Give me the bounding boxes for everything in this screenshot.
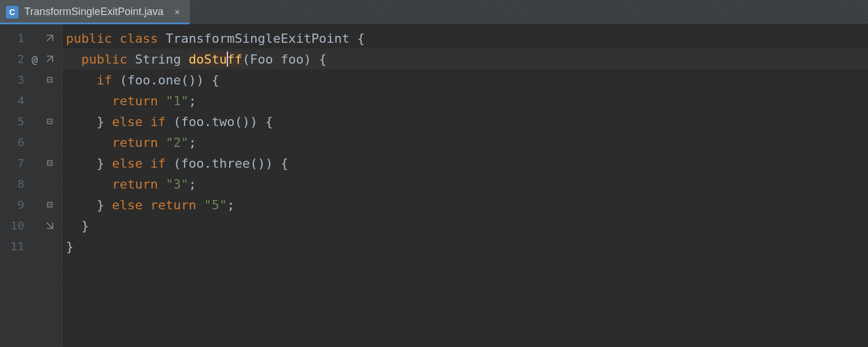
gutter-row: 3 — [0, 69, 62, 90]
fold-handle[interactable] — [42, 77, 58, 83]
code-line[interactable]: } else if (foo.three()) { — [62, 153, 868, 174]
code-line[interactable]: return "3"; — [62, 174, 868, 194]
fold-handle[interactable] — [42, 35, 58, 42]
gutter-row: 10 — [0, 215, 62, 236]
line-number[interactable]: 11 — [0, 239, 28, 253]
code-line[interactable]: } — [62, 215, 868, 236]
editor: 1 2 @ 3 4 5 — [0, 24, 868, 347]
line-number[interactable]: 6 — [0, 135, 28, 149]
string-literal: "5" — [204, 198, 227, 212]
gutter-row: 9 — [0, 194, 62, 215]
fold-handle[interactable] — [42, 119, 58, 124]
code-line[interactable]: } else return "5"; — [62, 194, 868, 215]
brace: { — [357, 31, 365, 46]
gutter-annotation-override-icon[interactable]: @ — [28, 53, 42, 65]
paren: ( — [242, 52, 250, 67]
fold-handle[interactable] — [42, 56, 58, 62]
paren: ) — [304, 52, 311, 67]
keyword: class — [120, 31, 158, 46]
code-line[interactable]: public class TransformSingleExitPoint { — [62, 28, 868, 49]
param-type: Foo — [250, 52, 273, 67]
param-name: foo — [281, 52, 304, 67]
line-number[interactable]: 8 — [0, 177, 28, 191]
class-name: TransformSingleExitPoint — [165, 31, 350, 46]
gutter-row: 5 — [0, 111, 62, 132]
line-number[interactable]: 5 — [0, 115, 28, 128]
class-file-icon: C — [6, 6, 19, 19]
keyword: public — [82, 52, 127, 67]
gutter-row: 4 — [0, 90, 62, 111]
line-number[interactable]: 2 — [0, 52, 28, 66]
string-literal: "3" — [165, 177, 189, 191]
tab-bar: C TransformSingleExitPoint.java × — [0, 0, 868, 24]
gutter-row: 11 — [0, 236, 62, 257]
line-number[interactable]: 4 — [0, 94, 28, 108]
brace: { — [319, 52, 326, 67]
code-area[interactable]: public class TransformSingleExitPoint { … — [62, 24, 868, 347]
gutter-row: 7 — [0, 153, 62, 174]
line-number[interactable]: 10 — [0, 219, 28, 232]
close-tab-button[interactable]: × — [172, 8, 182, 17]
gutter-row: 8 — [0, 174, 62, 194]
fold-handle[interactable] — [42, 222, 58, 229]
string-literal: "1" — [165, 94, 189, 108]
method-call: one — [158, 73, 181, 87]
fold-handle[interactable] — [42, 160, 58, 166]
gutter: 1 2 @ 3 4 5 — [0, 24, 62, 347]
line-number[interactable]: 9 — [0, 198, 28, 212]
line-number[interactable]: 7 — [0, 156, 28, 170]
method-call: two — [212, 115, 235, 129]
method-call: three — [212, 156, 250, 171]
keyword: return — [112, 94, 157, 108]
gutter-row: 1 — [0, 28, 62, 49]
method-name: doStuff — [189, 52, 242, 67]
string-literal: "2" — [165, 135, 189, 150]
gutter-row: 6 — [0, 132, 62, 153]
keyword: if — [97, 73, 112, 87]
editor-tab[interactable]: C TransformSingleExitPoint.java × — [0, 0, 190, 24]
code-line[interactable]: } — [62, 236, 868, 257]
code-line[interactable]: } else if (foo.two()) { — [62, 111, 868, 132]
line-number[interactable]: 3 — [0, 73, 28, 87]
code-line-current[interactable]: public String doStuff(Foo foo) { — [62, 49, 868, 69]
code-line[interactable]: return "1"; — [62, 90, 868, 111]
keyword: public — [66, 31, 112, 46]
fold-handle[interactable] — [42, 202, 58, 208]
return-type: String — [135, 52, 181, 67]
gutter-row: 2 @ — [0, 49, 62, 69]
line-number[interactable]: 1 — [0, 31, 28, 45]
code-line[interactable]: return "2"; — [62, 132, 868, 153]
code-line[interactable]: if (foo.one()) { — [62, 69, 868, 90]
tab-filename: TransformSingleExitPoint.java — [24, 6, 163, 18]
